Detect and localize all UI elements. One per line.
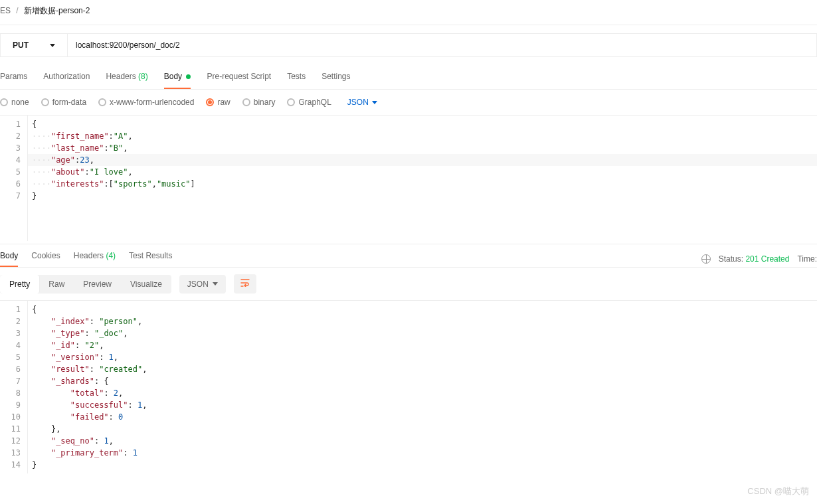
- http-method-value: PUT: [13, 41, 29, 50]
- response-tab-cookies[interactable]: Cookies: [31, 251, 60, 267]
- globe-icon[interactable]: [701, 254, 711, 264]
- breadcrumb: ES / 新增数据-person-2: [0, 0, 817, 25]
- body-type-selector: none form-data x-www-form-urlencoded raw…: [0, 90, 817, 115]
- tab-headers[interactable]: Headers (8): [106, 72, 147, 89]
- response-format-select[interactable]: JSON: [179, 275, 226, 294]
- tab-tests[interactable]: Tests: [287, 72, 306, 89]
- body-type-raw[interactable]: raw: [206, 98, 230, 107]
- tab-body-label: Body: [164, 72, 182, 81]
- view-tab-group: Pretty Raw Preview Visualize: [0, 275, 171, 294]
- radio-icon: [98, 98, 106, 106]
- wrap-line-button[interactable]: [234, 274, 256, 294]
- view-tab-pretty[interactable]: Pretty: [0, 275, 39, 294]
- response-tabs: Body Cookies Headers (4) Test Results: [0, 251, 172, 267]
- time-label: Time:: [797, 254, 817, 264]
- url-input[interactable]: [67, 33, 817, 57]
- chevron-down-icon: [213, 282, 218, 286]
- tab-settings[interactable]: Settings: [321, 72, 350, 89]
- status-block: Status: 201 Created: [719, 254, 790, 264]
- tab-body[interactable]: Body: [164, 72, 191, 89]
- radio-selected-icon: [206, 98, 214, 106]
- tab-params[interactable]: Params: [0, 72, 27, 89]
- response-tab-testresults[interactable]: Test Results: [129, 251, 172, 267]
- body-type-graphql[interactable]: GraphQL: [287, 98, 331, 107]
- request-tabs: Params Authorization Headers (8) Body Pr…: [0, 65, 817, 90]
- response-bar: Body Cookies Headers (4) Test Results St…: [0, 244, 817, 267]
- response-body-viewer: 1234567891011121314 { "_index": "person"…: [0, 300, 817, 473]
- radio-icon: [41, 98, 49, 106]
- request-url-bar: PUT: [0, 33, 817, 57]
- response-meta: Status: 201 Created Time:: [701, 254, 817, 264]
- view-tab-raw[interactable]: Raw: [39, 275, 74, 294]
- chevron-down-icon: [50, 44, 55, 47]
- chevron-down-icon: [372, 101, 377, 104]
- tab-headers-label: Headers: [106, 72, 136, 81]
- modified-dot-icon: [186, 74, 191, 79]
- radio-icon: [0, 98, 8, 106]
- tab-prerequest[interactable]: Pre-request Script: [207, 72, 271, 89]
- code-area[interactable]: { ····"first_name":"A", ····"last_name":…: [28, 116, 817, 241]
- radio-icon: [287, 98, 295, 106]
- response-view-tabs: Pretty Raw Preview Visualize JSON: [0, 267, 817, 300]
- line-gutter: 1234567: [0, 116, 28, 241]
- tab-authorization[interactable]: Authorization: [43, 72, 90, 89]
- breadcrumb-separator: /: [16, 6, 18, 15]
- status-value: 201 Created: [745, 254, 789, 264]
- http-method-select[interactable]: PUT: [0, 33, 67, 57]
- request-body-editor[interactable]: 1234567 { ····"first_name":"A", ····"las…: [0, 115, 817, 241]
- body-format-select[interactable]: JSON: [347, 98, 377, 107]
- breadcrumb-current: 新增数据-person-2: [24, 6, 90, 15]
- response-tab-body[interactable]: Body: [0, 251, 18, 267]
- line-gutter: 1234567891011121314: [0, 301, 28, 473]
- body-type-none[interactable]: none: [0, 98, 29, 107]
- body-type-binary[interactable]: binary: [242, 98, 276, 107]
- response-tab-headers[interactable]: Headers (4): [74, 251, 116, 267]
- view-tab-preview[interactable]: Preview: [74, 275, 121, 294]
- body-type-urlencoded[interactable]: x-www-form-urlencoded: [98, 98, 194, 107]
- divider: [0, 25, 817, 25]
- radio-icon: [242, 98, 250, 106]
- breadcrumb-root[interactable]: ES: [0, 6, 11, 15]
- code-area[interactable]: { "_index": "person", "_type": "_doc", "…: [28, 301, 817, 473]
- view-tab-visualize[interactable]: Visualize: [121, 275, 171, 294]
- tab-headers-count: (8): [138, 72, 148, 81]
- body-type-formdata[interactable]: form-data: [41, 98, 86, 107]
